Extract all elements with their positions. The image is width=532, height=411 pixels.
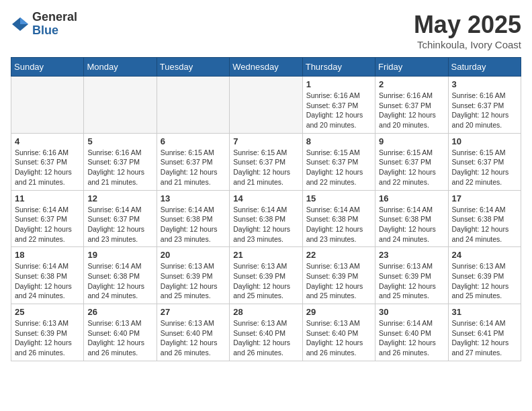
day-number: 9 bbox=[379, 136, 444, 146]
day-info: Sunrise: 6:14 AM Sunset: 6:38 PM Dayligh… bbox=[161, 205, 226, 244]
calendar-cell: 7Sunrise: 6:15 AM Sunset: 6:37 PM Daylig… bbox=[230, 133, 302, 190]
day-info: Sunrise: 6:16 AM Sunset: 6:37 PM Dayligh… bbox=[452, 91, 517, 130]
calendar-cell: 13Sunrise: 6:14 AM Sunset: 6:38 PM Dayli… bbox=[157, 190, 229, 247]
calendar-cell: 6Sunrise: 6:15 AM Sunset: 6:37 PM Daylig… bbox=[157, 133, 229, 190]
day-info: Sunrise: 6:16 AM Sunset: 6:37 PM Dayligh… bbox=[306, 91, 371, 130]
location-title: Tchinkoula, Ivory Coast bbox=[414, 39, 521, 50]
logo-text: General Blue bbox=[32, 11, 77, 38]
day-info: Sunrise: 6:13 AM Sunset: 6:40 PM Dayligh… bbox=[306, 318, 371, 358]
calendar-cell: 22Sunrise: 6:13 AM Sunset: 6:39 PM Dayli… bbox=[302, 247, 375, 304]
day-info: Sunrise: 6:14 AM Sunset: 6:37 PM Dayligh… bbox=[87, 205, 152, 244]
day-of-week-header: Saturday bbox=[448, 58, 521, 77]
day-info: Sunrise: 6:15 AM Sunset: 6:37 PM Dayligh… bbox=[306, 148, 371, 187]
calendar-cell: 18Sunrise: 6:14 AM Sunset: 6:38 PM Dayli… bbox=[11, 247, 84, 304]
calendar-cell: 11Sunrise: 6:14 AM Sunset: 6:37 PM Dayli… bbox=[11, 190, 84, 247]
svg-marker-1 bbox=[20, 17, 28, 24]
logo-general-text: General bbox=[32, 11, 77, 24]
calendar-cell: 19Sunrise: 6:14 AM Sunset: 6:38 PM Dayli… bbox=[84, 247, 157, 304]
calendar-cell: 1Sunrise: 6:16 AM Sunset: 6:37 PM Daylig… bbox=[302, 77, 375, 134]
calendar-cell: 25Sunrise: 6:13 AM Sunset: 6:39 PM Dayli… bbox=[11, 304, 84, 361]
calendar-cell: 23Sunrise: 6:13 AM Sunset: 6:39 PM Dayli… bbox=[375, 247, 448, 304]
day-number: 12 bbox=[87, 193, 152, 203]
day-info: Sunrise: 6:13 AM Sunset: 6:40 PM Dayligh… bbox=[161, 318, 226, 358]
calendar-cell: 21Sunrise: 6:13 AM Sunset: 6:39 PM Dayli… bbox=[230, 247, 302, 304]
calendar-cell: 17Sunrise: 6:14 AM Sunset: 6:38 PM Dayli… bbox=[448, 190, 521, 247]
day-number: 1 bbox=[306, 79, 371, 89]
calendar-cell: 14Sunrise: 6:14 AM Sunset: 6:38 PM Dayli… bbox=[230, 190, 302, 247]
calendar-cell: 5Sunrise: 6:16 AM Sunset: 6:37 PM Daylig… bbox=[84, 133, 157, 190]
logo-icon bbox=[11, 15, 30, 34]
day-info: Sunrise: 6:14 AM Sunset: 6:38 PM Dayligh… bbox=[452, 205, 517, 244]
calendar-week-row: 25Sunrise: 6:13 AM Sunset: 6:39 PM Dayli… bbox=[11, 304, 521, 361]
day-number: 25 bbox=[15, 307, 80, 317]
day-info: Sunrise: 6:14 AM Sunset: 6:37 PM Dayligh… bbox=[15, 205, 80, 244]
day-info: Sunrise: 6:13 AM Sunset: 6:40 PM Dayligh… bbox=[87, 318, 152, 358]
day-number: 8 bbox=[306, 136, 371, 146]
day-info: Sunrise: 6:15 AM Sunset: 6:37 PM Dayligh… bbox=[161, 148, 226, 187]
calendar-week-row: 11Sunrise: 6:14 AM Sunset: 6:37 PM Dayli… bbox=[11, 190, 521, 247]
day-number: 10 bbox=[452, 136, 517, 146]
calendar-week-row: 1Sunrise: 6:16 AM Sunset: 6:37 PM Daylig… bbox=[11, 77, 521, 134]
day-number: 22 bbox=[306, 250, 371, 260]
calendar-cell: 10Sunrise: 6:15 AM Sunset: 6:37 PM Dayli… bbox=[448, 133, 521, 190]
day-info: Sunrise: 6:14 AM Sunset: 6:38 PM Dayligh… bbox=[87, 261, 152, 301]
day-info: Sunrise: 6:13 AM Sunset: 6:39 PM Dayligh… bbox=[306, 261, 371, 301]
logo-blue-text: Blue bbox=[32, 24, 77, 38]
day-info: Sunrise: 6:15 AM Sunset: 6:37 PM Dayligh… bbox=[379, 148, 444, 187]
day-number: 19 bbox=[87, 250, 152, 260]
calendar-cell: 26Sunrise: 6:13 AM Sunset: 6:40 PM Dayli… bbox=[84, 304, 157, 361]
day-number: 24 bbox=[452, 250, 517, 260]
day-number: 5 bbox=[87, 136, 152, 146]
day-info: Sunrise: 6:15 AM Sunset: 6:37 PM Dayligh… bbox=[233, 148, 298, 187]
calendar-week-row: 4Sunrise: 6:16 AM Sunset: 6:37 PM Daylig… bbox=[11, 133, 521, 190]
calendar-cell: 4Sunrise: 6:16 AM Sunset: 6:37 PM Daylig… bbox=[11, 133, 84, 190]
day-of-week-header: Thursday bbox=[302, 58, 375, 77]
day-info: Sunrise: 6:14 AM Sunset: 6:38 PM Dayligh… bbox=[306, 205, 371, 244]
day-of-week-header: Monday bbox=[84, 58, 157, 77]
day-info: Sunrise: 6:16 AM Sunset: 6:37 PM Dayligh… bbox=[15, 148, 80, 187]
day-number: 28 bbox=[233, 307, 298, 317]
day-number: 15 bbox=[306, 193, 371, 203]
calendar-cell: 12Sunrise: 6:14 AM Sunset: 6:37 PM Dayli… bbox=[84, 190, 157, 247]
calendar-cell: 3Sunrise: 6:16 AM Sunset: 6:37 PM Daylig… bbox=[448, 77, 521, 134]
day-info: Sunrise: 6:16 AM Sunset: 6:37 PM Dayligh… bbox=[379, 91, 444, 130]
day-number: 29 bbox=[306, 307, 371, 317]
calendar-table: SundayMondayTuesdayWednesdayThursdayFrid… bbox=[11, 57, 521, 361]
day-number: 21 bbox=[233, 250, 298, 260]
day-number: 18 bbox=[15, 250, 80, 260]
day-of-week-header: Friday bbox=[375, 58, 448, 77]
calendar-cell: 30Sunrise: 6:14 AM Sunset: 6:40 PM Dayli… bbox=[375, 304, 448, 361]
calendar-cell: 9Sunrise: 6:15 AM Sunset: 6:37 PM Daylig… bbox=[375, 133, 448, 190]
day-info: Sunrise: 6:13 AM Sunset: 6:39 PM Dayligh… bbox=[233, 261, 298, 301]
day-number: 14 bbox=[233, 193, 298, 203]
day-info: Sunrise: 6:13 AM Sunset: 6:39 PM Dayligh… bbox=[452, 261, 517, 301]
calendar-cell: 8Sunrise: 6:15 AM Sunset: 6:37 PM Daylig… bbox=[302, 133, 375, 190]
calendar-cell: 31Sunrise: 6:14 AM Sunset: 6:41 PM Dayli… bbox=[448, 304, 521, 361]
day-of-week-header: Sunday bbox=[11, 58, 84, 77]
day-number: 31 bbox=[452, 307, 517, 317]
day-number: 16 bbox=[379, 193, 444, 203]
logo: General Blue bbox=[11, 11, 77, 38]
page-header: General Blue May 2025 Tchinkoula, Ivory … bbox=[11, 11, 521, 50]
calendar-cell bbox=[230, 77, 302, 134]
calendar-cell: 29Sunrise: 6:13 AM Sunset: 6:40 PM Dayli… bbox=[302, 304, 375, 361]
day-info: Sunrise: 6:15 AM Sunset: 6:37 PM Dayligh… bbox=[452, 148, 517, 187]
day-of-week-header: Wednesday bbox=[230, 58, 302, 77]
calendar-cell: 20Sunrise: 6:13 AM Sunset: 6:39 PM Dayli… bbox=[157, 247, 229, 304]
calendar-cell: 24Sunrise: 6:13 AM Sunset: 6:39 PM Dayli… bbox=[448, 247, 521, 304]
day-number: 6 bbox=[161, 136, 226, 146]
day-info: Sunrise: 6:13 AM Sunset: 6:39 PM Dayligh… bbox=[161, 261, 226, 301]
calendar-cell bbox=[157, 77, 229, 134]
day-info: Sunrise: 6:14 AM Sunset: 6:38 PM Dayligh… bbox=[233, 205, 298, 244]
day-number: 13 bbox=[161, 193, 226, 203]
day-number: 2 bbox=[379, 79, 444, 89]
day-number: 23 bbox=[379, 250, 444, 260]
day-number: 11 bbox=[15, 193, 80, 203]
day-number: 3 bbox=[452, 79, 517, 89]
day-number: 7 bbox=[233, 136, 298, 146]
calendar-header-row: SundayMondayTuesdayWednesdayThursdayFrid… bbox=[11, 58, 521, 77]
day-number: 30 bbox=[379, 307, 444, 317]
calendar-cell: 16Sunrise: 6:14 AM Sunset: 6:38 PM Dayli… bbox=[375, 190, 448, 247]
day-info: Sunrise: 6:14 AM Sunset: 6:41 PM Dayligh… bbox=[452, 318, 517, 358]
day-number: 20 bbox=[161, 250, 226, 260]
